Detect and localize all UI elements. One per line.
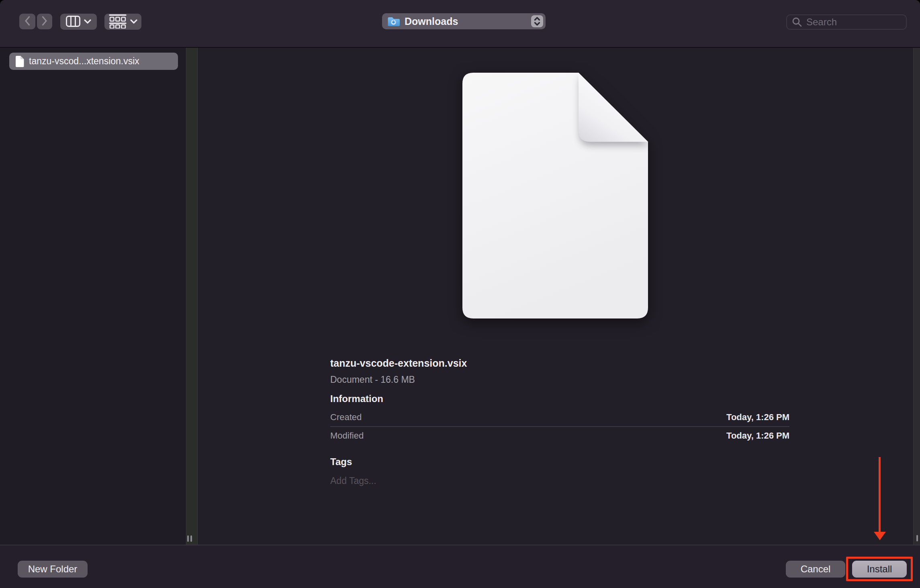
information-section-title: Information <box>330 393 383 404</box>
search-field[interactable] <box>786 14 907 30</box>
cancel-button[interactable]: Cancel <box>786 561 845 578</box>
chevron-down-icon <box>84 19 91 25</box>
chevron-right-icon <box>42 16 47 27</box>
annotation-highlight-box <box>846 557 913 581</box>
group-view-icon <box>109 14 127 30</box>
downloads-folder-icon <box>387 16 400 27</box>
created-label: Created <box>330 412 362 423</box>
file-list-pane: tanzu-vscod...xtension.vsix <box>0 48 186 545</box>
pane-resize-handle[interactable] <box>187 535 189 542</box>
file-meta: Document - 16.6 MB <box>330 374 415 385</box>
tags-section-title: Tags <box>330 456 352 468</box>
back-button[interactable] <box>19 14 35 29</box>
pane-divider[interactable] <box>186 48 198 545</box>
created-value: Today, 1:26 PM <box>726 412 789 423</box>
search-icon <box>792 17 802 27</box>
open-panel-dialog: Downloads <box>0 0 920 588</box>
modified-value: Today, 1:26 PM <box>726 431 789 441</box>
modified-label: Modified <box>330 431 364 441</box>
row-separator <box>330 426 789 427</box>
info-row-created: Created Today, 1:26 PM <box>330 412 789 423</box>
list-item-selected[interactable]: tanzu-vscod...xtension.vsix <box>9 53 178 70</box>
annotation-arrow-line <box>879 457 881 533</box>
document-icon <box>15 55 25 67</box>
chevron-left-icon <box>25 16 30 27</box>
group-view-button[interactable] <box>104 14 141 30</box>
right-edge-strip <box>913 48 920 545</box>
pane-resize-handle[interactable] <box>190 535 192 542</box>
search-input[interactable] <box>806 16 899 28</box>
popup-stepper-icon[interactable] <box>531 15 543 27</box>
list-item-label: tanzu-vscod...xtension.vsix <box>29 56 139 67</box>
forward-button[interactable] <box>37 14 52 29</box>
file-name: tanzu-vscode-extension.vsix <box>330 357 467 369</box>
file-preview-icon <box>462 72 648 321</box>
toolbar: Downloads <box>0 0 920 47</box>
add-tags-field[interactable]: Add Tags... <box>330 476 376 486</box>
chevron-down-icon <box>130 19 137 25</box>
footer-bar: New Folder Cancel Install <box>0 545 920 588</box>
location-popup[interactable]: Downloads <box>382 13 546 29</box>
columns-view-icon <box>66 16 80 28</box>
new-folder-button[interactable]: New Folder <box>18 561 88 578</box>
right-resize-handle[interactable] <box>916 535 918 541</box>
location-label: Downloads <box>405 16 458 27</box>
info-row-modified: Modified Today, 1:26 PM <box>330 431 789 441</box>
columns-view-button[interactable] <box>60 14 97 30</box>
annotation-arrow-head-icon <box>874 532 886 540</box>
